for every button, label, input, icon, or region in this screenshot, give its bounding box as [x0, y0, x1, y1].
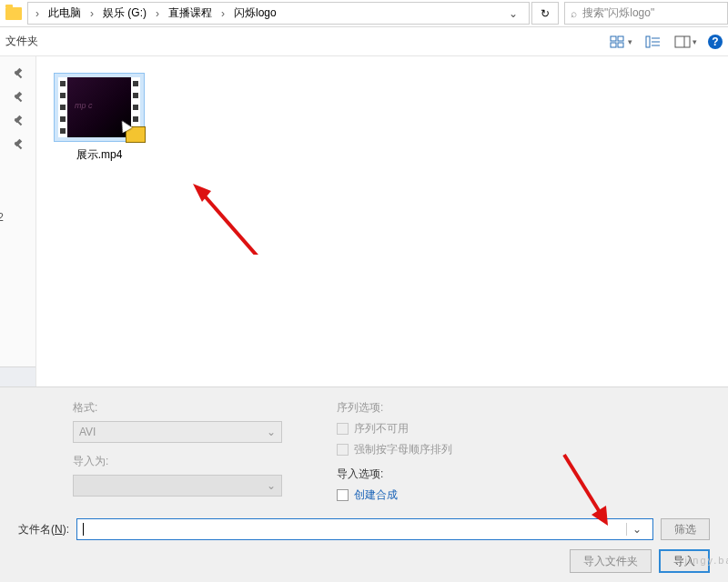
create-comp-checkbox[interactable]: 创建合成: [337, 487, 452, 503]
view-list-icon: [645, 35, 662, 48]
svg-rect-8: [675, 36, 690, 47]
import-as-select[interactable]: ⌄: [73, 475, 282, 497]
breadcrumb-item[interactable]: 此电脑: [45, 4, 85, 23]
cursor-overlay-icon: [126, 126, 146, 143]
preview-pane-button[interactable]: ▾: [671, 34, 701, 50]
svg-rect-3: [618, 43, 623, 47]
format-select[interactable]: AVI ⌄: [73, 421, 282, 443]
import-folder-label: 导入文件夹: [583, 554, 638, 569]
folder-chip: [0, 0, 27, 26]
view-mode-details-button[interactable]: [642, 34, 665, 50]
filename-input[interactable]: ⌄: [76, 518, 653, 540]
file-thumb-selected: mp c: [54, 73, 145, 142]
import-options-label: 导入选项:: [337, 467, 452, 482]
toolbar-folder-label: 文件夹: [5, 34, 38, 49]
thumb-overlay-text: mp c: [75, 101, 93, 110]
main-area: fects2 材 C:) mp c 展示.mp4: [0, 56, 728, 386]
search-input[interactable]: ⌕ 搜索"闪烁logo": [564, 2, 728, 25]
text-caret-icon: [83, 523, 84, 536]
sequence-unavailable-label: 序列不可用: [354, 421, 409, 436]
svg-rect-1: [618, 36, 623, 41]
footer-button-row: 导入文件夹 导入 jingy.bai: [570, 549, 710, 573]
help-button[interactable]: ?: [708, 35, 723, 49]
breadcrumb: › 此电脑 › 娱乐 (G:) › 直播课程 › 闪烁logo: [32, 4, 501, 23]
address-dropdown-icon[interactable]: ⌄: [501, 7, 525, 20]
sequence-options-label: 序列选项:: [337, 400, 452, 416]
filename-label: 文件名(N):: [18, 522, 69, 537]
chevron-right-icon: ›: [217, 7, 228, 20]
chevron-right-icon: ›: [32, 7, 43, 20]
footer-panel: 格式: AVI ⌄ 导入为: ⌄ 序列选项: 序列不可用 强制按字母顺序排列 导…: [0, 386, 728, 582]
svg-marker-11: [193, 184, 211, 202]
force-alpha-order-checkbox: 强制按字母顺序排列: [337, 442, 452, 457]
breadcrumb-item[interactable]: 直播课程: [165, 4, 216, 23]
breadcrumb-item[interactable]: 娱乐 (G:): [99, 4, 150, 23]
watermark-text: jingy.bai: [684, 555, 728, 566]
chevron-right-icon: ›: [86, 7, 97, 20]
breadcrumb-item[interactable]: 闪烁logo: [230, 4, 280, 23]
view-mode-large-button[interactable]: ▾: [606, 34, 636, 50]
sidebar-divider: [0, 366, 35, 386]
filter-button-label: 筛选: [674, 522, 696, 537]
pin-icon[interactable]: [12, 91, 25, 104]
address-bar[interactable]: › 此电脑 › 娱乐 (G:) › 直播课程 › 闪烁logo ⌄: [27, 2, 530, 25]
search-icon: ⌕: [571, 7, 577, 20]
svg-rect-4: [646, 36, 650, 47]
address-bar-row: › 此电脑 › 娱乐 (G:) › 直播课程 › 闪烁logo ⌄ ↻ ⌕ 搜索…: [0, 0, 728, 27]
search-placeholder: 搜索"闪烁logo": [582, 5, 654, 21]
svg-rect-0: [611, 36, 616, 41]
sequence-unavailable-checkbox: 序列不可用: [337, 421, 452, 436]
folder-icon: [5, 7, 22, 20]
format-value: AVI: [79, 426, 96, 438]
import-as-label: 导入为:: [73, 454, 282, 469]
toolbar: 文件夹 ▾ ▾ ?: [0, 27, 728, 56]
force-alpha-order-label: 强制按字母顺序排列: [354, 442, 452, 457]
checkbox-icon: [337, 489, 349, 501]
video-thumb-icon: mp c: [58, 77, 140, 137]
checkbox-icon: [337, 423, 349, 435]
import-button[interactable]: 导入 jingy.bai: [659, 549, 710, 573]
create-comp-label: 创建合成: [354, 487, 398, 503]
format-label: 格式:: [73, 400, 282, 416]
import-folder-button[interactable]: 导入文件夹: [570, 549, 652, 573]
refresh-icon: ↻: [541, 7, 550, 20]
pin-icon[interactable]: [12, 115, 25, 127]
annotation-arrow-icon: [191, 182, 264, 255]
sidebar-item-truncated[interactable]: fects2: [0, 211, 4, 224]
refresh-button[interactable]: ↻: [531, 2, 559, 25]
file-pane[interactable]: mp c 展示.mp4: [36, 56, 728, 386]
filename-row: 文件名(N): ⌄ 筛选: [18, 518, 710, 540]
view-thumb-icon: [610, 35, 626, 48]
filter-button[interactable]: 筛选: [661, 518, 710, 540]
chevron-down-icon: ▾: [628, 37, 632, 46]
pin-icon[interactable]: [12, 67, 25, 80]
pin-icon[interactable]: [12, 138, 25, 151]
svg-rect-2: [611, 43, 616, 47]
chevron-down-icon: ▾: [693, 37, 697, 46]
chevron-right-icon: ›: [152, 7, 163, 20]
sidebar: fects2 材 C:): [0, 56, 36, 386]
chevron-down-icon: ⌄: [267, 479, 276, 492]
filename-dropdown-icon[interactable]: ⌄: [626, 523, 647, 536]
chevron-down-icon: ⌄: [267, 426, 276, 438]
help-icon: ?: [712, 35, 718, 48]
file-label: 展示.mp4: [49, 147, 149, 163]
preview-pane-icon: [674, 35, 691, 48]
file-item[interactable]: mp c 展示.mp4: [49, 73, 149, 163]
checkbox-icon: [337, 444, 349, 456]
svg-line-10: [200, 191, 264, 255]
